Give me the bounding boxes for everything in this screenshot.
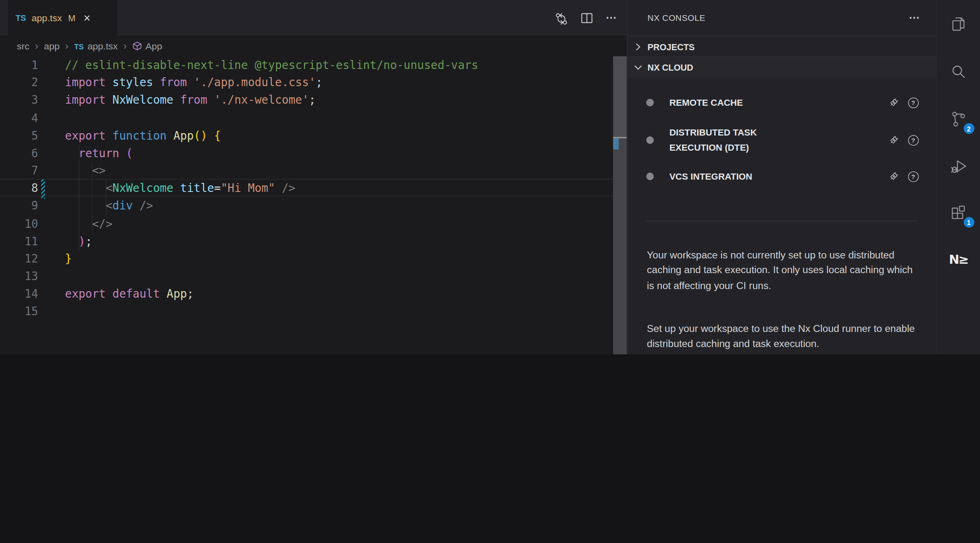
panel-paragraph: Your workspace is not currently set up t…	[647, 248, 918, 294]
line-number: 3	[0, 91, 38, 109]
overview-modified-mark	[613, 138, 619, 150]
status-dot-icon	[646, 136, 654, 144]
explorer-icon	[949, 15, 967, 33]
panel-title: NX CONSOLE	[647, 13, 705, 22]
run-and-debug-icon	[949, 157, 967, 175]
badge-count: 1	[963, 217, 974, 228]
breadcrumb-separator-icon: ›	[123, 40, 126, 52]
line-text: <>	[65, 162, 106, 180]
line-number: 10	[0, 215, 38, 232]
activity-item-explorer[interactable]	[945, 10, 972, 38]
open-changes-icon[interactable]	[553, 11, 568, 25]
line-number: 2	[0, 74, 38, 91]
line-text: // eslint-disable-next-line @typescript-…	[65, 56, 478, 74]
tree-item-actions: ?	[888, 134, 919, 146]
nx-cloud-item-distributed-task-execution-dte-[interactable]: DISTRIBUTED TASK EXECUTION (DTE)?	[646, 125, 919, 155]
line-number: 4	[0, 109, 38, 127]
line-text: );	[65, 232, 92, 250]
line-number: 14	[0, 285, 38, 303]
line-number: 5	[0, 127, 38, 144]
tab-app-tsx[interactable]: TS app.tsx M ×	[8, 0, 118, 36]
chevron-right-icon	[633, 42, 643, 52]
activity-item-extensions[interactable]: 1	[945, 199, 972, 226]
editor-more-actions-icon[interactable]: ⋯	[605, 11, 617, 24]
chevron-down-icon	[633, 62, 643, 72]
breadcrumb-separator-icon: ›	[65, 40, 69, 52]
modified-badge: M	[68, 13, 75, 23]
breadcrumb-label: App	[146, 41, 162, 51]
help-icon-glyph: ?	[908, 135, 918, 145]
scrollbar-upper	[613, 56, 627, 137]
tree-item-actions: ?	[888, 97, 919, 108]
typescript-file-icon: TS	[74, 41, 84, 51]
activity-item-nx-console[interactable]: N≥	[945, 246, 972, 273]
line-number: 12	[0, 250, 38, 268]
panel-paragraph: Set up your workspace to use the Nx Clou…	[647, 321, 918, 352]
breadcrumb-label: app.tsx	[88, 41, 118, 51]
section-divider	[646, 221, 918, 222]
nx-console-icon: N≥	[949, 252, 968, 267]
panel-section-projects[interactable]: PROJECTS	[627, 36, 936, 57]
connect-icon[interactable]	[888, 97, 900, 108]
line-number: 8	[0, 180, 38, 197]
section-label: PROJECTS	[647, 42, 695, 52]
breadcrumb-separator-icon: ›	[35, 40, 38, 52]
tab-filename: app.tsx	[32, 13, 62, 23]
line-text: }	[65, 250, 72, 268]
breadcrumb-item-src[interactable]: src	[17, 41, 29, 51]
breadcrumb-item-app-tsx[interactable]: TSapp.tsx	[74, 41, 118, 51]
help-icon-glyph: ?	[908, 171, 918, 182]
nx-cloud-item-vcs-integration[interactable]: VCS INTEGRATION?	[646, 169, 919, 184]
tree-item-label: DISTRIBUTED TASK EXECUTION (DTE)	[670, 125, 804, 155]
help-icon[interactable]: ?	[907, 171, 919, 182]
activity-item-run-and-debug[interactable]	[945, 152, 972, 179]
typescript-file-icon: TS	[16, 13, 26, 22]
line-number: 15	[0, 303, 38, 320]
badge-count: 2	[963, 123, 974, 134]
line-text: export default App;	[65, 285, 193, 303]
breadcrumb-item-app[interactable]: app	[44, 41, 60, 51]
gutter-modified-indicator	[41, 180, 45, 199]
panel-section-nx-cloud[interactable]: NX CLOUD	[627, 56, 936, 78]
line-number: 11	[0, 232, 38, 250]
editor-group: TS app.tsx M × ⋯	[0, 0, 627, 354]
panel-header: NX CONSOLE ⋯	[627, 0, 936, 36]
line-number: 7	[0, 162, 38, 180]
scrollbar[interactable]	[613, 56, 627, 354]
panel-more-actions-icon[interactable]: ⋯	[909, 11, 920, 24]
symbol-cube-icon	[132, 41, 142, 51]
tree-item-actions: ?	[888, 171, 919, 182]
line-text: import NxWelcome from './nx-welcome';	[65, 91, 315, 109]
tree-item-label: VCS INTEGRATION	[670, 169, 804, 184]
status-dot-icon	[646, 99, 654, 106]
line-number: 13	[0, 268, 38, 285]
connect-icon[interactable]	[888, 171, 900, 182]
line-text: <div />	[65, 197, 153, 215]
help-icon[interactable]: ?	[907, 97, 919, 108]
line-number: 9	[0, 197, 38, 215]
activity-bar: 21N≥1⚙	[936, 0, 980, 354]
editor-actions: ⋯	[553, 0, 617, 36]
help-icon[interactable]: ?	[907, 134, 919, 146]
tab-bar: TS app.tsx M × ⋯	[0, 0, 627, 36]
breadcrumb-label: src	[17, 41, 29, 51]
search-icon	[949, 63, 967, 81]
breadcrumb: src›app›TSapp.tsx›App	[0, 36, 627, 56]
split-editor-icon[interactable]	[579, 11, 594, 25]
close-tab-icon[interactable]: ×	[84, 12, 91, 24]
nx-cloud-item-remote-cache[interactable]: REMOTE CACHE?	[646, 95, 919, 110]
line-text: import styles from './app.module.css';	[65, 74, 322, 91]
line-text: <NxWelcome title="Hi Mom" />	[65, 180, 295, 197]
help-icon-glyph: ?	[908, 97, 918, 108]
section-label: NX CLOUD	[647, 62, 693, 72]
activity-item-search[interactable]	[945, 58, 972, 85]
status-dot-icon	[646, 173, 654, 180]
line-number: 1	[0, 56, 38, 74]
vscode-window: TS app.tsx M × ⋯	[0, 0, 980, 354]
line-number: 6	[0, 145, 38, 162]
breadcrumb-item-app[interactable]: App	[132, 41, 162, 51]
activity-item-source-control[interactable]: 2	[945, 105, 972, 132]
connect-icon[interactable]	[888, 134, 900, 146]
code-editor[interactable]: 1// eslint-disable-next-line @typescript…	[0, 56, 627, 354]
line-text: export function App() {	[65, 127, 221, 144]
